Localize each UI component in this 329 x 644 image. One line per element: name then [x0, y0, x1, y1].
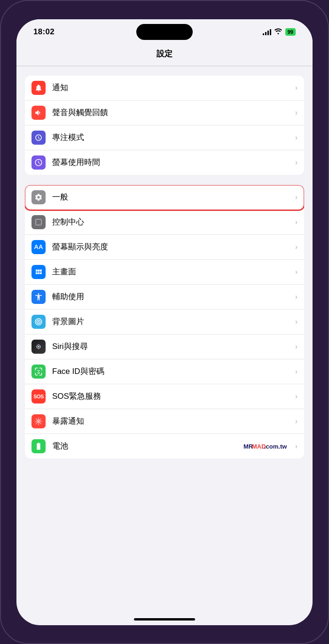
- settings-row-battery[interactable]: 電池 MR MAD .com.tw ›: [25, 434, 304, 458]
- settings-row-wallpaper[interactable]: 背景圖片 ›: [25, 310, 304, 334]
- notifications-icon: [31, 81, 46, 95]
- settings-group-1: 通知 › 聲音與觸覺回饋 ›: [25, 76, 304, 175]
- faceid-label: Face ID與密碼: [52, 366, 295, 377]
- settings-row-display[interactable]: AA 螢幕顯示與亮度 ›: [25, 235, 304, 260]
- status-icons: 99: [263, 28, 296, 36]
- settings-row-sounds[interactable]: 聲音與觸覺回饋 ›: [25, 101, 304, 125]
- siri-label: Siri與搜尋: [52, 341, 295, 352]
- svg-line-13: [40, 419, 41, 419]
- notifications-label: 通知: [52, 82, 295, 93]
- settings-row-faceid[interactable]: Face ID與密碼 ›: [25, 359, 304, 384]
- display-label: 螢幕顯示與亮度: [52, 241, 295, 252]
- accessibility-chevron: ›: [295, 293, 298, 301]
- controlcenter-chevron: ›: [295, 218, 298, 226]
- settings-row-notifications[interactable]: 通知 ›: [25, 76, 304, 101]
- settings-row-general[interactable]: 一般 ›: [25, 185, 304, 210]
- homescreen-chevron: ›: [295, 268, 298, 276]
- display-icon: AA: [31, 240, 46, 254]
- general-label: 一般: [52, 192, 295, 202]
- wallpaper-icon: [31, 315, 46, 329]
- sounds-chevron: ›: [295, 109, 298, 117]
- homescreen-label: 主畫面: [52, 266, 295, 277]
- homescreen-icon: [31, 265, 46, 279]
- controlcenter-label: 控制中心: [52, 217, 295, 227]
- sounds-icon: [31, 106, 46, 120]
- page-title: 設定: [16, 45, 313, 66]
- focus-label: 專注模式: [52, 132, 295, 143]
- battery-icon: [31, 439, 46, 453]
- exposure-icon: [31, 414, 46, 428]
- dynamic-island: [136, 24, 193, 40]
- home-indicator: [134, 618, 195, 621]
- watermark: MR MAD .com.tw: [243, 441, 295, 451]
- sounds-label: 聲音與觸覺回饋: [52, 107, 295, 118]
- faceid-chevron: ›: [295, 367, 298, 376]
- settings-row-exposure[interactable]: 暴露通知 ›: [25, 409, 304, 434]
- svg-point-3: [37, 370, 38, 371]
- svg-point-5: [38, 420, 39, 422]
- settings-row-homescreen[interactable]: 主畫面 ›: [25, 260, 304, 285]
- focus-icon: [31, 131, 46, 145]
- phone-screen: 18:02 99 設定: [16, 19, 313, 625]
- settings-row-screentime[interactable]: 螢幕使用時間 ›: [25, 150, 304, 175]
- settings-row-sos[interactable]: SOS SOS緊急服務 ›: [25, 384, 304, 409]
- signal-bar-1: [263, 33, 264, 35]
- svg-line-12: [40, 423, 41, 424]
- phone-frame: 18:02 99 設定: [0, 0, 329, 644]
- screentime-icon: [31, 155, 46, 170]
- general-icon: [31, 190, 46, 204]
- accessibility-label: 輔助使用: [52, 291, 295, 302]
- faceid-icon: [31, 365, 46, 379]
- general-chevron: ›: [295, 193, 298, 202]
- siri-chevron: ›: [295, 342, 298, 351]
- svg-line-14: [36, 423, 37, 424]
- settings-row-focus[interactable]: 專注模式 ›: [25, 125, 304, 150]
- siri-icon: [31, 340, 46, 354]
- settings-row-accessibility[interactable]: 輔助使用 ›: [25, 285, 304, 310]
- status-bar: 18:02 99: [16, 19, 313, 45]
- sos-chevron: ›: [295, 392, 298, 401]
- battery-label: 電池: [52, 441, 243, 451]
- wifi-icon: [274, 28, 282, 36]
- screentime-label: 螢幕使用時間: [52, 157, 295, 168]
- sos-label: SOS緊急服務: [52, 391, 295, 402]
- battery-badge: 99: [285, 28, 296, 36]
- signal-bar-2: [265, 32, 266, 35]
- wallpaper-label: 背景圖片: [52, 316, 295, 327]
- wallpaper-chevron: ›: [295, 318, 298, 326]
- sos-icon: SOS: [31, 389, 46, 403]
- exposure-chevron: ›: [295, 417, 298, 426]
- battery-chevron: ›: [295, 442, 298, 450]
- svg-point-0: [38, 321, 39, 322]
- exposure-label: 暴露通知: [52, 416, 295, 427]
- svg-line-11: [36, 419, 37, 419]
- settings-content: 通知 › 聲音與觸覺回饋 ›: [16, 66, 313, 625]
- controlcenter-icon: [31, 215, 46, 229]
- svg-point-4: [39, 370, 40, 371]
- svg-text:.com.tw: .com.tw: [264, 443, 287, 450]
- notifications-chevron: ›: [295, 84, 298, 92]
- signal-icon: [263, 29, 271, 35]
- status-time: 18:02: [33, 27, 55, 37]
- settings-group-2: 一般 › 控制中心 › AA 螢幕顯示與亮度: [25, 185, 304, 458]
- settings-row-controlcenter[interactable]: 控制中心 ›: [25, 210, 304, 235]
- display-chevron: ›: [295, 243, 298, 251]
- signal-bar-3: [267, 31, 269, 35]
- signal-bar-4: [270, 29, 271, 35]
- accessibility-icon: [31, 290, 46, 304]
- settings-row-siri[interactable]: Siri與搜尋 ›: [25, 334, 304, 359]
- focus-chevron: ›: [295, 133, 298, 142]
- screentime-chevron: ›: [295, 158, 298, 167]
